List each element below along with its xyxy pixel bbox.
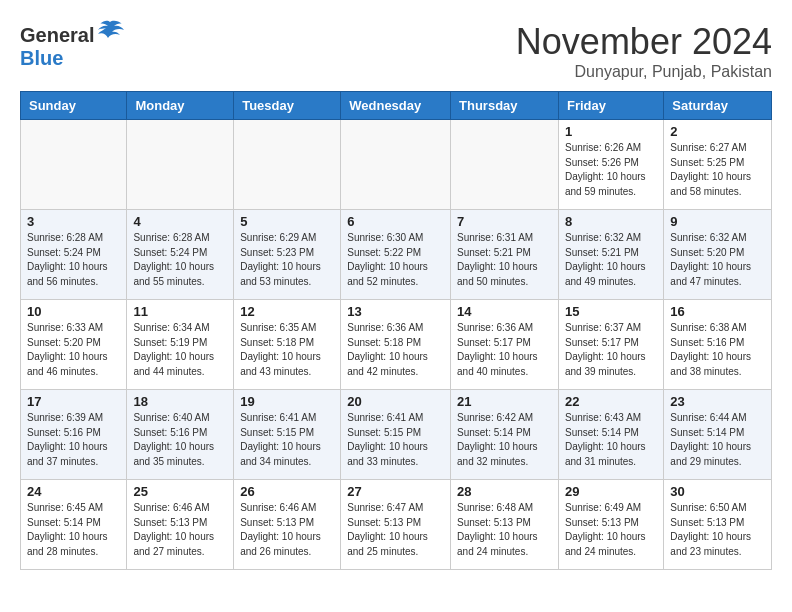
day-number: 16 — [670, 304, 765, 319]
table-row: 13Sunrise: 6:36 AM Sunset: 5:18 PM Dayli… — [341, 300, 451, 390]
day-number: 14 — [457, 304, 552, 319]
table-row: 19Sunrise: 6:41 AM Sunset: 5:15 PM Dayli… — [234, 390, 341, 480]
table-row: 28Sunrise: 6:48 AM Sunset: 5:13 PM Dayli… — [451, 480, 559, 570]
day-info: Sunrise: 6:38 AM Sunset: 5:16 PM Dayligh… — [670, 321, 765, 379]
day-number: 23 — [670, 394, 765, 409]
day-number: 6 — [347, 214, 444, 229]
table-row: 30Sunrise: 6:50 AM Sunset: 5:13 PM Dayli… — [664, 480, 772, 570]
day-info: Sunrise: 6:39 AM Sunset: 5:16 PM Dayligh… — [27, 411, 120, 469]
day-number: 2 — [670, 124, 765, 139]
day-info: Sunrise: 6:42 AM Sunset: 5:14 PM Dayligh… — [457, 411, 552, 469]
logo-blue-text: Blue — [20, 47, 63, 69]
table-row: 25Sunrise: 6:46 AM Sunset: 5:13 PM Dayli… — [127, 480, 234, 570]
table-row: 12Sunrise: 6:35 AM Sunset: 5:18 PM Dayli… — [234, 300, 341, 390]
day-number: 3 — [27, 214, 120, 229]
day-info: Sunrise: 6:41 AM Sunset: 5:15 PM Dayligh… — [347, 411, 444, 469]
day-info: Sunrise: 6:33 AM Sunset: 5:20 PM Dayligh… — [27, 321, 120, 379]
table-row: 11Sunrise: 6:34 AM Sunset: 5:19 PM Dayli… — [127, 300, 234, 390]
table-row — [21, 120, 127, 210]
day-number: 1 — [565, 124, 657, 139]
table-row: 24Sunrise: 6:45 AM Sunset: 5:14 PM Dayli… — [21, 480, 127, 570]
day-info: Sunrise: 6:47 AM Sunset: 5:13 PM Dayligh… — [347, 501, 444, 559]
table-row: 29Sunrise: 6:49 AM Sunset: 5:13 PM Dayli… — [558, 480, 663, 570]
table-row: 15Sunrise: 6:37 AM Sunset: 5:17 PM Dayli… — [558, 300, 663, 390]
table-row: 27Sunrise: 6:47 AM Sunset: 5:13 PM Dayli… — [341, 480, 451, 570]
day-number: 8 — [565, 214, 657, 229]
day-info: Sunrise: 6:36 AM Sunset: 5:18 PM Dayligh… — [347, 321, 444, 379]
day-info: Sunrise: 6:46 AM Sunset: 5:13 PM Dayligh… — [133, 501, 227, 559]
col-tuesday: Tuesday — [234, 92, 341, 120]
day-info: Sunrise: 6:40 AM Sunset: 5:16 PM Dayligh… — [133, 411, 227, 469]
day-number: 30 — [670, 484, 765, 499]
day-info: Sunrise: 6:27 AM Sunset: 5:25 PM Dayligh… — [670, 141, 765, 199]
day-number: 10 — [27, 304, 120, 319]
day-number: 5 — [240, 214, 334, 229]
title-block: November 2024 Dunyapur, Punjab, Pakistan — [516, 20, 772, 81]
day-info: Sunrise: 6:43 AM Sunset: 5:14 PM Dayligh… — [565, 411, 657, 469]
day-info: Sunrise: 6:37 AM Sunset: 5:17 PM Dayligh… — [565, 321, 657, 379]
day-number: 29 — [565, 484, 657, 499]
day-number: 9 — [670, 214, 765, 229]
day-info: Sunrise: 6:46 AM Sunset: 5:13 PM Dayligh… — [240, 501, 334, 559]
col-wednesday: Wednesday — [341, 92, 451, 120]
day-number: 27 — [347, 484, 444, 499]
table-row: 18Sunrise: 6:40 AM Sunset: 5:16 PM Dayli… — [127, 390, 234, 480]
day-info: Sunrise: 6:48 AM Sunset: 5:13 PM Dayligh… — [457, 501, 552, 559]
day-number: 22 — [565, 394, 657, 409]
logo-text: General — [20, 20, 124, 47]
col-monday: Monday — [127, 92, 234, 120]
day-number: 21 — [457, 394, 552, 409]
day-info: Sunrise: 6:44 AM Sunset: 5:14 PM Dayligh… — [670, 411, 765, 469]
calendar-week-row: 24Sunrise: 6:45 AM Sunset: 5:14 PM Dayli… — [21, 480, 772, 570]
table-row: 1Sunrise: 6:26 AM Sunset: 5:26 PM Daylig… — [558, 120, 663, 210]
table-row: 5Sunrise: 6:29 AM Sunset: 5:23 PM Daylig… — [234, 210, 341, 300]
table-row — [127, 120, 234, 210]
table-row — [341, 120, 451, 210]
main-title: November 2024 — [516, 20, 772, 63]
table-row: 23Sunrise: 6:44 AM Sunset: 5:14 PM Dayli… — [664, 390, 772, 480]
logo-general: General — [20, 24, 94, 46]
day-info: Sunrise: 6:32 AM Sunset: 5:20 PM Dayligh… — [670, 231, 765, 289]
logo-bird-icon — [96, 20, 124, 42]
day-info: Sunrise: 6:29 AM Sunset: 5:23 PM Dayligh… — [240, 231, 334, 289]
col-thursday: Thursday — [451, 92, 559, 120]
table-row: 3Sunrise: 6:28 AM Sunset: 5:24 PM Daylig… — [21, 210, 127, 300]
calendar-table: Sunday Monday Tuesday Wednesday Thursday… — [20, 91, 772, 570]
day-number: 19 — [240, 394, 334, 409]
table-row: 2Sunrise: 6:27 AM Sunset: 5:25 PM Daylig… — [664, 120, 772, 210]
day-number: 28 — [457, 484, 552, 499]
table-row: 7Sunrise: 6:31 AM Sunset: 5:21 PM Daylig… — [451, 210, 559, 300]
day-info: Sunrise: 6:26 AM Sunset: 5:26 PM Dayligh… — [565, 141, 657, 199]
day-number: 17 — [27, 394, 120, 409]
day-number: 25 — [133, 484, 227, 499]
logo: General Blue — [20, 20, 124, 70]
day-info: Sunrise: 6:30 AM Sunset: 5:22 PM Dayligh… — [347, 231, 444, 289]
table-row: 9Sunrise: 6:32 AM Sunset: 5:20 PM Daylig… — [664, 210, 772, 300]
day-number: 24 — [27, 484, 120, 499]
table-row: 20Sunrise: 6:41 AM Sunset: 5:15 PM Dayli… — [341, 390, 451, 480]
table-row: 10Sunrise: 6:33 AM Sunset: 5:20 PM Dayli… — [21, 300, 127, 390]
calendar-week-row: 17Sunrise: 6:39 AM Sunset: 5:16 PM Dayli… — [21, 390, 772, 480]
table-row: 21Sunrise: 6:42 AM Sunset: 5:14 PM Dayli… — [451, 390, 559, 480]
day-number: 26 — [240, 484, 334, 499]
table-row: 6Sunrise: 6:30 AM Sunset: 5:22 PM Daylig… — [341, 210, 451, 300]
table-row: 17Sunrise: 6:39 AM Sunset: 5:16 PM Dayli… — [21, 390, 127, 480]
calendar-week-row: 1Sunrise: 6:26 AM Sunset: 5:26 PM Daylig… — [21, 120, 772, 210]
day-number: 4 — [133, 214, 227, 229]
day-number: 20 — [347, 394, 444, 409]
day-number: 7 — [457, 214, 552, 229]
day-info: Sunrise: 6:50 AM Sunset: 5:13 PM Dayligh… — [670, 501, 765, 559]
calendar-week-row: 10Sunrise: 6:33 AM Sunset: 5:20 PM Dayli… — [21, 300, 772, 390]
day-info: Sunrise: 6:36 AM Sunset: 5:17 PM Dayligh… — [457, 321, 552, 379]
col-sunday: Sunday — [21, 92, 127, 120]
table-row: 22Sunrise: 6:43 AM Sunset: 5:14 PM Dayli… — [558, 390, 663, 480]
day-number: 18 — [133, 394, 227, 409]
day-info: Sunrise: 6:31 AM Sunset: 5:21 PM Dayligh… — [457, 231, 552, 289]
day-info: Sunrise: 6:34 AM Sunset: 5:19 PM Dayligh… — [133, 321, 227, 379]
table-row: 8Sunrise: 6:32 AM Sunset: 5:21 PM Daylig… — [558, 210, 663, 300]
calendar-wrapper: Sunday Monday Tuesday Wednesday Thursday… — [0, 91, 792, 580]
calendar-week-row: 3Sunrise: 6:28 AM Sunset: 5:24 PM Daylig… — [21, 210, 772, 300]
page-header: General Blue November 2024 Dunyapur, Pun… — [0, 0, 792, 91]
day-info: Sunrise: 6:49 AM Sunset: 5:13 PM Dayligh… — [565, 501, 657, 559]
col-saturday: Saturday — [664, 92, 772, 120]
